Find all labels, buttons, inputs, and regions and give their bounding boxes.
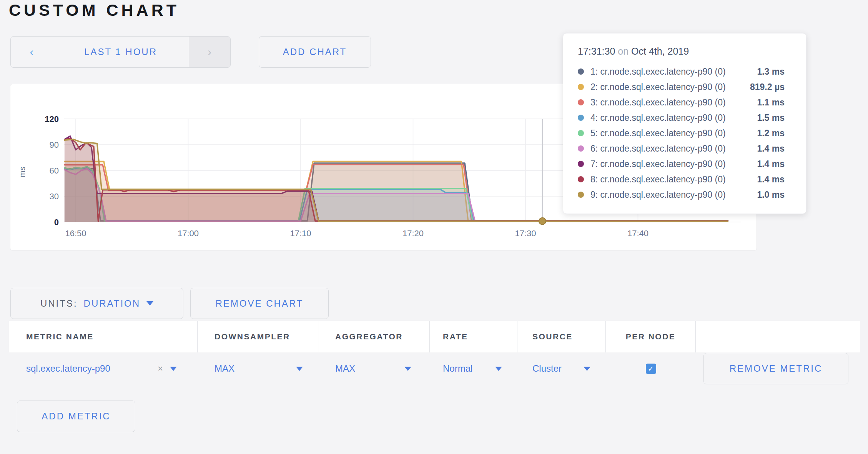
series-color-dot — [578, 68, 584, 75]
chevron-down-icon[interactable] — [404, 367, 411, 371]
tooltip-date: Oct 4th, 2019 — [631, 46, 689, 57]
series-value: 1.0 ms — [757, 190, 785, 200]
metric-row: sql.exec.latency-p90 × MAX MAX Normal Cl… — [9, 352, 860, 385]
series-label: 1: cr.node.sql.exec.latency-p90 (0) — [590, 67, 726, 77]
units-dropdown[interactable]: UNITS: DURATION — [10, 288, 183, 319]
series-value: 1.4 ms — [757, 144, 785, 154]
series-color-dot — [578, 176, 584, 182]
chevron-down-icon[interactable] — [170, 367, 177, 371]
check-icon: ✓ — [648, 364, 654, 373]
add-chart-button[interactable]: ADD CHART — [259, 36, 371, 68]
series-label: 5: cr.node.sql.exec.latency-p90 (0) — [590, 128, 726, 139]
time-prev-button[interactable]: ‹ — [11, 37, 53, 67]
tooltip-series-row: 7: cr.node.sql.exec.latency-p90 (0)1.4 m… — [578, 156, 785, 172]
tooltip-time: 17:31:30 — [578, 46, 615, 57]
rate-cell: Normal — [430, 352, 517, 385]
y-tick-label: 120 — [45, 114, 59, 124]
tooltip-series-row: 3: cr.node.sql.exec.latency-p90 (0)1.1 m… — [578, 95, 785, 110]
source-value[interactable]: Cluster — [532, 363, 562, 374]
page-title: CUSTOM CHART — [9, 1, 180, 20]
series-color-dot — [578, 99, 584, 105]
series-value: 819.2 µs — [750, 82, 785, 92]
tooltip-series-row: 5: cr.node.sql.exec.latency-p90 (0)1.2 m… — [578, 125, 785, 141]
y-tick-label: 90 — [50, 140, 59, 150]
metric-name-value[interactable]: sql.exec.latency-p90 — [26, 363, 110, 374]
series-color-dot — [578, 84, 584, 90]
x-tick-label: 17:10 — [290, 229, 311, 238]
clear-metric-icon[interactable]: × — [158, 363, 163, 374]
tooltip-series-row: 6: cr.node.sql.exec.latency-p90 (0)1.4 m… — [578, 141, 785, 156]
chevron-down-icon[interactable] — [584, 367, 590, 371]
series-value: 1.4 ms — [757, 159, 785, 169]
tooltip-series-list: 1: cr.node.sql.exec.latency-p90 (0)1.3 m… — [578, 64, 785, 202]
series-label: 3: cr.node.sql.exec.latency-p90 (0) — [590, 97, 726, 108]
source-cell: Cluster — [517, 352, 606, 385]
add-metric-button[interactable]: ADD METRIC — [17, 401, 135, 432]
rate-value[interactable]: Normal — [443, 363, 472, 374]
column-header-per-node: PER NODE — [606, 321, 696, 352]
x-tick-label: 17:40 — [627, 229, 649, 238]
custom-chart-page: CUSTOM CHART ‹ LAST 1 HOUR › ADD CHART 0… — [0, 0, 868, 454]
x-tick-label: 17:20 — [402, 229, 424, 238]
chevron-left-icon: ‹ — [30, 45, 34, 58]
column-header-aggregator: AGGREGATOR — [319, 321, 430, 352]
chevron-down-icon — [146, 301, 153, 305]
tooltip-series-row: 2: cr.node.sql.exec.latency-p90 (0)819.2… — [578, 79, 785, 95]
series-label: 6: cr.node.sql.exec.latency-p90 (0) — [590, 144, 726, 154]
y-tick-label: 0 — [54, 217, 59, 227]
chevron-down-icon[interactable] — [296, 367, 303, 371]
per-node-checkbox[interactable]: ✓ — [646, 364, 656, 374]
series-color-dot — [578, 115, 584, 121]
downsampler-cell: MAX — [198, 352, 319, 385]
series-value: 1.4 ms — [757, 174, 785, 185]
y-axis-label: ms — [18, 167, 27, 177]
column-header-metric-name: METRIC NAME — [9, 321, 198, 352]
column-header-rate: RATE — [430, 321, 517, 352]
units-value: DURATION — [84, 298, 141, 309]
x-tick-label: 16:50 — [65, 229, 86, 238]
time-range-selector: ‹ LAST 1 HOUR › — [10, 36, 231, 68]
units-label: UNITS: — [40, 298, 78, 309]
column-header-downsampler: DOWNSAMPLER — [198, 321, 319, 352]
chart-hover-tooltip: 17:31:30 on Oct 4th, 2019 1: cr.node.sql… — [563, 33, 806, 214]
x-tick-label: 17:30 — [515, 229, 536, 238]
column-header-actions — [696, 321, 860, 352]
series-label: 7: cr.node.sql.exec.latency-p90 (0) — [590, 159, 726, 169]
tooltip-series-row: 1: cr.node.sql.exec.latency-p90 (0)1.3 m… — [578, 64, 785, 79]
metrics-table-header: METRIC NAMEDOWNSAMPLERAGGREGATORRATESOUR… — [9, 321, 860, 352]
actions-cell: REMOVE METRIC — [696, 352, 860, 385]
tooltip-on-word: on — [618, 46, 629, 57]
chevron-right-icon: › — [208, 45, 211, 58]
tooltip-series-row: 8: cr.node.sql.exec.latency-p90 (0)1.4 m… — [578, 172, 785, 187]
series-color-dot — [578, 192, 584, 198]
series-value: 1.3 ms — [757, 67, 785, 77]
time-next-button[interactable]: › — [189, 37, 230, 67]
tooltip-header: 17:31:30 on Oct 4th, 2019 — [578, 46, 785, 57]
series-label: 4: cr.node.sql.exec.latency-p90 (0) — [590, 113, 726, 123]
series-color-dot — [578, 161, 584, 167]
y-tick-label: 60 — [50, 166, 59, 175]
series-value: 1.2 ms — [757, 128, 785, 139]
series-color-dot — [578, 130, 584, 136]
y-tick-label: 30 — [50, 192, 59, 201]
downsampler-value[interactable]: MAX — [215, 363, 234, 374]
series-label: 2: cr.node.sql.exec.latency-p90 (0) — [590, 82, 726, 92]
series-label: 9: cr.node.sql.exec.latency-p90 (0) — [590, 190, 726, 200]
remove-metric-button[interactable]: REMOVE METRIC — [703, 353, 848, 384]
metric-name-cell: sql.exec.latency-p90 × — [9, 352, 198, 385]
series-color-dot — [578, 145, 584, 152]
chevron-down-icon[interactable] — [495, 367, 502, 371]
x-tick-label: 17:00 — [178, 229, 199, 238]
series-value: 1.1 ms — [757, 97, 785, 108]
aggregator-cell: MAX — [319, 352, 430, 385]
per-node-cell: ✓ — [606, 352, 696, 385]
remove-chart-button[interactable]: REMOVE CHART — [190, 288, 329, 319]
hover-point — [539, 218, 546, 225]
series-value: 1.5 ms — [757, 113, 785, 123]
aggregator-value[interactable]: MAX — [335, 363, 355, 374]
series-label: 8: cr.node.sql.exec.latency-p90 (0) — [590, 174, 726, 185]
tooltip-series-row: 9: cr.node.sql.exec.latency-p90 (0)1.0 m… — [578, 187, 785, 202]
tooltip-series-row: 4: cr.node.sql.exec.latency-p90 (0)1.5 m… — [578, 110, 785, 125]
column-header-source: SOURCE — [517, 321, 606, 352]
time-range-button[interactable]: LAST 1 HOUR — [53, 37, 189, 67]
